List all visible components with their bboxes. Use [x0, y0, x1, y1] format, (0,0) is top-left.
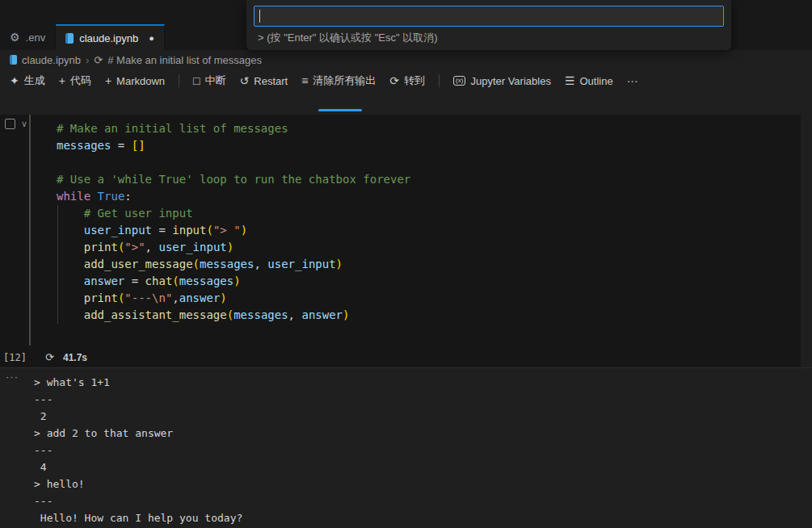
tab-env[interactable]: ⚙ .env	[0, 24, 56, 50]
gear-icon: ⚙	[10, 31, 20, 43]
code-token: []	[132, 139, 145, 152]
sync-icon: ⟳	[45, 351, 54, 363]
tab-label: claude.ipynb	[79, 32, 138, 44]
toolbar-item-more-actions[interactable]: ···	[627, 75, 638, 86]
output-text: > what's 1+1--- 2> add 2 to that answer-…	[34, 374, 242, 526]
code-token	[57, 291, 84, 304]
chevron-down-icon[interactable]: ∨	[21, 119, 27, 128]
output-line: Hello! How can I help you today?	[34, 509, 242, 526]
toolbar-item-jupyter-variables[interactable]: (x)Jupyter Variables	[453, 75, 551, 87]
code-token: ">"	[124, 241, 145, 254]
code-line[interactable]: answer = chat(messages)	[57, 273, 410, 290]
code-token: :	[124, 190, 131, 203]
breadcrumb: claude.ipynb › ⟳ # Make an initial list …	[0, 50, 812, 69]
code-token	[57, 241, 84, 254]
code-token: (	[227, 308, 234, 321]
code-token: print	[84, 241, 118, 254]
clear-icon: ≡	[301, 75, 308, 86]
output-line: > hello!	[34, 476, 242, 492]
toolbar-item-label: Restart	[254, 75, 288, 87]
code-token: chat	[145, 274, 173, 287]
cell-status-square-icon[interactable]	[5, 119, 15, 129]
outline-icon: ☰	[565, 75, 575, 86]
toolbar-item-label: 清除所有输出	[313, 73, 376, 88]
code-line[interactable]: while True:	[57, 188, 410, 205]
toolbar-item-restart[interactable]: ↺Restart	[240, 75, 288, 87]
plus-icon: +	[59, 75, 65, 86]
ellipsis-icon[interactable]: ···	[6, 371, 19, 383]
code-line[interactable]: print("---\n",answer)	[57, 290, 410, 307]
code-token	[57, 207, 84, 220]
variables-icon: (x)	[453, 76, 465, 86]
unsaved-dot-icon[interactable]: ●	[149, 33, 154, 43]
ellipsis-icon: ···	[627, 75, 638, 86]
toolbar-item-label: 代码	[70, 73, 91, 88]
text-cursor	[259, 10, 260, 23]
cell-status-bar: [12] ⟳ 41.7s	[0, 347, 801, 367]
breadcrumb-section[interactable]: # Make an initial list of messages	[107, 54, 262, 66]
code-token: "---\n"	[124, 291, 172, 304]
code-token: messages	[57, 139, 111, 152]
execution-count: [12]	[3, 352, 27, 363]
quick-input-text[interactable]	[255, 6, 723, 26]
restart-icon: ↺	[240, 75, 250, 86]
code-line[interactable]: # Use a 'while True' loop to run the cha…	[57, 171, 410, 188]
code-token: input	[172, 224, 206, 237]
toolbar-item-generate[interactable]: ✦生成	[10, 73, 45, 88]
toolbar-item-label: Markdown	[116, 75, 165, 87]
sync-icon: ⟳	[94, 54, 103, 66]
toolbar-item-label: 中断	[205, 73, 226, 88]
execution-duration: 41.7s	[63, 352, 87, 363]
code-line[interactable]: add_user_message(messages, user_input)	[57, 256, 410, 273]
code-line[interactable]: # Make an initial list of messages	[57, 120, 410, 137]
toolbar-item-label: 生成	[24, 73, 45, 88]
notebook-icon	[10, 55, 17, 65]
code-line[interactable]: messages = []	[57, 137, 410, 154]
output-line: > what's 1+1	[34, 374, 242, 391]
code-line[interactable]	[57, 154, 410, 171]
code-token	[90, 190, 97, 203]
output-line: > add 2 to that answer	[34, 425, 242, 442]
sync-icon: ⟳	[389, 75, 399, 86]
code-line[interactable]: user_input = input("> ")	[57, 222, 410, 239]
code-token: user_input	[267, 258, 335, 270]
code-token: messages	[234, 308, 288, 321]
toolbar-item-add-code[interactable]: +代码	[59, 73, 91, 88]
code-token: "> "	[213, 224, 241, 237]
code-line[interactable]: # Get user input	[57, 205, 410, 222]
toolbar-item-goto[interactable]: ⟳转到	[389, 73, 425, 88]
toolbar-item-clear-all-outputs[interactable]: ≡清除所有输出	[301, 73, 376, 88]
breadcrumb-file[interactable]: claude.ipynb	[22, 54, 81, 66]
code-token: =	[124, 274, 145, 287]
cell-code-editor[interactable]: # Make an initial list of messagesmessag…	[57, 120, 410, 324]
toolbar-divider	[439, 74, 440, 87]
code-token: while	[57, 190, 90, 203]
quick-input-field[interactable]	[254, 6, 724, 27]
code-token	[57, 308, 84, 321]
code-token: user_input	[84, 224, 152, 237]
toolbar-item-interrupt[interactable]: □中断	[193, 73, 225, 88]
notebook-editor: ∨ # Make an initial list of messagesmess…	[0, 113, 812, 528]
output-line: ---	[34, 492, 242, 509]
code-token	[57, 224, 84, 237]
code-token: # Use a 'while True' loop to run the cha…	[57, 173, 410, 186]
code-token: True	[98, 190, 125, 203]
tab-claude-ipynb[interactable]: claude.ipynb ●	[56, 24, 165, 50]
code-line[interactable]: print(">", user_input)	[57, 239, 410, 256]
code-token: ,	[254, 258, 267, 270]
output-line: 4	[34, 459, 242, 476]
notebook-icon	[65, 33, 74, 44]
breadcrumb-separator: ›	[86, 54, 89, 66]
code-token	[57, 274, 84, 287]
toolbar-item-add-markdown[interactable]: +Markdown	[105, 75, 165, 87]
code-token: )	[336, 258, 343, 270]
indent-guide	[57, 205, 58, 324]
code-token: add_assistant_message	[84, 308, 227, 321]
plus-icon: +	[105, 75, 111, 86]
toolbar-item-outline[interactable]: ☰Outline	[565, 75, 613, 87]
toolbar-item-label: Outline	[579, 75, 612, 87]
code-token: messages	[200, 258, 254, 270]
code-line[interactable]: add_assistant_message(messages, answer)	[57, 307, 410, 324]
toolbar-item-label: 转到	[404, 73, 425, 88]
code-token: =	[111, 139, 131, 152]
